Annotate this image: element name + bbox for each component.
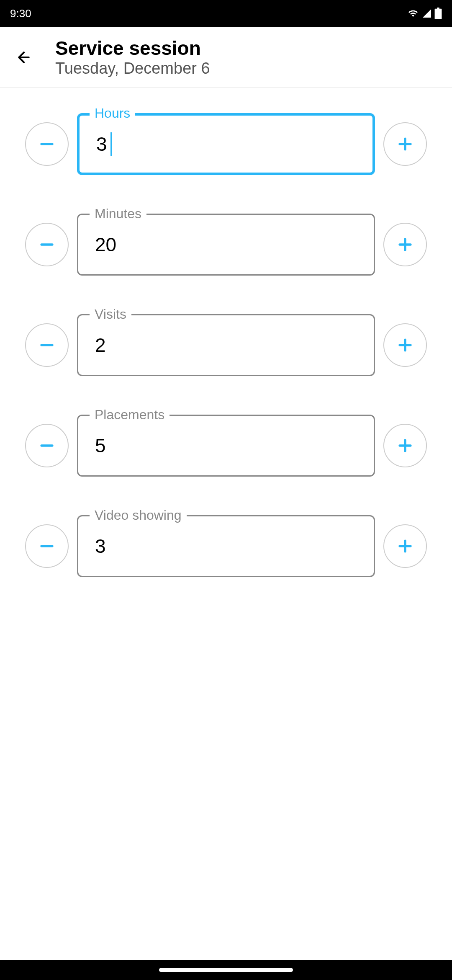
nav-bar bbox=[0, 960, 452, 980]
plus-icon bbox=[396, 135, 414, 153]
placements-input[interactable] bbox=[77, 415, 375, 477]
minutes-input[interactable] bbox=[77, 214, 375, 276]
placements-row: Placements bbox=[25, 415, 427, 477]
text-cursor bbox=[110, 132, 112, 156]
video-label: Video showing bbox=[90, 508, 187, 523]
minus-icon bbox=[38, 135, 56, 153]
plus-icon bbox=[396, 235, 414, 254]
header-text: Service session Tuesday, December 6 bbox=[55, 37, 210, 77]
video-decrement-button[interactable] bbox=[25, 524, 69, 568]
hours-increment-button[interactable] bbox=[383, 122, 427, 166]
back-button[interactable] bbox=[8, 42, 39, 73]
status-icons bbox=[407, 8, 442, 19]
hours-label: Hours bbox=[90, 106, 135, 121]
placements-input-container: Placements bbox=[77, 415, 375, 477]
minutes-row: Minutes bbox=[25, 214, 427, 276]
status-time: 9:30 bbox=[10, 7, 31, 20]
header: Service session Tuesday, December 6 bbox=[0, 27, 452, 88]
visits-input[interactable] bbox=[77, 314, 375, 376]
minus-icon bbox=[38, 235, 56, 254]
status-bar: 9:30 bbox=[0, 0, 452, 27]
battery-icon bbox=[434, 8, 442, 19]
nav-indicator[interactable] bbox=[159, 968, 293, 972]
minus-icon bbox=[38, 336, 56, 354]
signal-icon bbox=[422, 8, 432, 18]
video-input-container: Video showing bbox=[77, 515, 375, 577]
page-title: Service session bbox=[55, 37, 210, 59]
video-input[interactable] bbox=[77, 515, 375, 577]
back-arrow-icon bbox=[15, 49, 32, 66]
plus-icon bbox=[396, 537, 414, 555]
video-row: Video showing bbox=[25, 515, 427, 577]
placements-decrement-button[interactable] bbox=[25, 424, 69, 467]
minus-icon bbox=[38, 436, 56, 455]
minutes-increment-button[interactable] bbox=[383, 223, 427, 266]
hours-input-container: Hours bbox=[77, 113, 375, 175]
app-content: Service session Tuesday, December 6 Hour… bbox=[0, 27, 452, 960]
minutes-decrement-button[interactable] bbox=[25, 223, 69, 266]
hours-row: Hours bbox=[25, 113, 427, 175]
form: Hours Minutes bbox=[0, 88, 452, 602]
hours-decrement-button[interactable] bbox=[25, 122, 69, 166]
wifi-icon bbox=[407, 8, 419, 18]
page-subtitle: Tuesday, December 6 bbox=[55, 59, 210, 77]
visits-label: Visits bbox=[90, 307, 131, 322]
visits-row: Visits bbox=[25, 314, 427, 376]
visits-increment-button[interactable] bbox=[383, 323, 427, 367]
plus-icon bbox=[396, 336, 414, 354]
minutes-label: Minutes bbox=[90, 206, 146, 222]
visits-decrement-button[interactable] bbox=[25, 323, 69, 367]
minus-icon bbox=[38, 537, 56, 555]
hours-input[interactable] bbox=[77, 113, 375, 175]
placements-increment-button[interactable] bbox=[383, 424, 427, 467]
minutes-input-container: Minutes bbox=[77, 214, 375, 276]
video-increment-button[interactable] bbox=[383, 524, 427, 568]
visits-input-container: Visits bbox=[77, 314, 375, 376]
placements-label: Placements bbox=[90, 407, 170, 423]
plus-icon bbox=[396, 436, 414, 455]
